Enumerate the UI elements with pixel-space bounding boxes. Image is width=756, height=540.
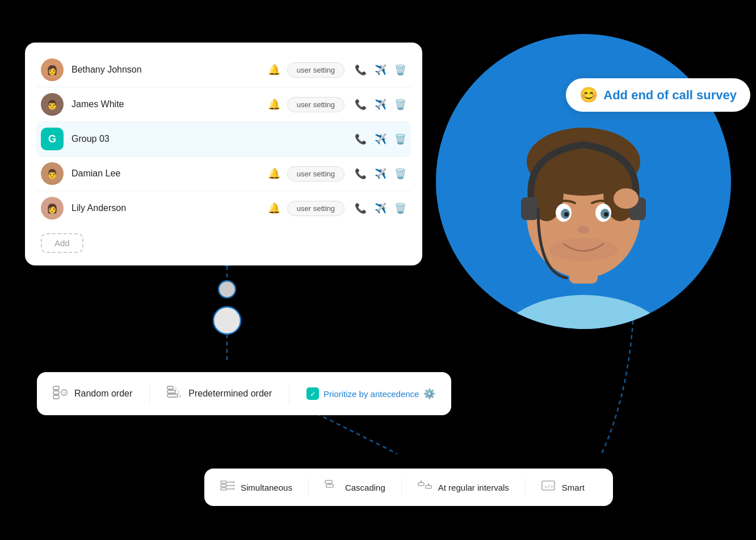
svg-rect-36 bbox=[221, 488, 226, 490]
svg-point-16 bbox=[564, 212, 569, 217]
smart-icon: </> bbox=[541, 480, 556, 495]
smart-option[interactable]: </> Smart bbox=[541, 480, 585, 495]
phone-icon[interactable]: 📞 bbox=[355, 202, 367, 214]
svg-point-18 bbox=[578, 226, 589, 234]
user-setting-button[interactable]: user setting bbox=[287, 97, 345, 112]
group-letter: G bbox=[48, 133, 56, 145]
user-row: 👨 Damian Lee 🔔 user setting 📞 ✈️ 🗑️ bbox=[36, 157, 411, 191]
random-order-option[interactable]: ? Random order bbox=[53, 386, 132, 402]
row-icons: 📞 ✈️ 🗑️ bbox=[355, 133, 406, 145]
svg-rect-20 bbox=[521, 197, 538, 220]
user-setting-button[interactable]: user setting bbox=[287, 62, 345, 78]
svg-marker-41 bbox=[233, 484, 235, 487]
send-icon[interactable]: ✈️ bbox=[375, 64, 387, 76]
send-icon[interactable]: ✈️ bbox=[375, 202, 387, 214]
svg-rect-28 bbox=[167, 386, 173, 389]
svg-text:</>: </> bbox=[544, 484, 554, 490]
svg-rect-43 bbox=[325, 480, 332, 483]
trash-icon[interactable]: 🗑️ bbox=[394, 99, 406, 111]
row-icons: 📞 ✈️ 🗑️ bbox=[355, 202, 406, 214]
strategy-divider-2 bbox=[401, 479, 402, 496]
svg-marker-51 bbox=[420, 480, 422, 482]
user-row: 👨 James White 🔔 user setting 📞 ✈️ 🗑️ bbox=[36, 87, 411, 122]
send-icon[interactable]: ✈️ bbox=[375, 99, 387, 111]
check-icon: ✓ bbox=[306, 387, 319, 400]
avatar-emoji: 👩 bbox=[47, 203, 58, 214]
gear-icon[interactable]: ⚙️ bbox=[423, 388, 435, 400]
user-name: Lily Anderson bbox=[72, 203, 268, 213]
svg-rect-25 bbox=[53, 395, 59, 399]
trash-icon[interactable]: 🗑️ bbox=[394, 202, 406, 214]
prioritize-option[interactable]: ✓ Prioritize by antecedence ⚙️ bbox=[306, 387, 435, 400]
row-icons: 📞 ✈️ 🗑️ bbox=[355, 64, 406, 76]
svg-point-19 bbox=[549, 238, 618, 261]
cascading-option[interactable]: Cascading bbox=[325, 480, 385, 495]
user-setting-button[interactable]: user setting bbox=[287, 201, 345, 216]
group-avatar: G bbox=[41, 128, 64, 150]
avatar-emoji: 👨 bbox=[47, 99, 58, 110]
random-order-label: Random order bbox=[74, 389, 132, 399]
svg-rect-34 bbox=[221, 481, 226, 483]
predetermined-order-label: Predetermined order bbox=[188, 389, 272, 399]
svg-point-17 bbox=[604, 212, 608, 217]
svg-marker-52 bbox=[427, 483, 430, 485]
row-icons: 📞 ✈️ 🗑️ bbox=[355, 99, 406, 111]
svg-marker-42 bbox=[233, 488, 235, 490]
svg-text:1: 1 bbox=[175, 386, 177, 390]
simultaneous-option[interactable]: Simultaneous bbox=[220, 480, 292, 495]
user-name: Group 03 bbox=[72, 134, 355, 144]
add-button[interactable]: Add bbox=[41, 233, 83, 253]
send-icon[interactable]: ✈️ bbox=[375, 168, 387, 180]
user-row: 👩 Bethany Johnson 🔔 user setting 📞 ✈️ 🗑️ bbox=[36, 53, 411, 87]
svg-rect-30 bbox=[167, 394, 178, 397]
svg-rect-47 bbox=[418, 483, 424, 486]
bell-icon[interactable]: 🔔 bbox=[268, 202, 280, 214]
survey-badge[interactable]: 😊 Add end of call survey bbox=[566, 78, 750, 112]
avatar: 👩 bbox=[41, 58, 64, 81]
send-icon[interactable]: ✈️ bbox=[375, 133, 387, 145]
avatar: 👨 bbox=[41, 162, 64, 185]
avatar: 👨 bbox=[41, 93, 64, 116]
cascading-icon bbox=[325, 480, 339, 495]
cascading-label: Cascading bbox=[345, 483, 385, 492]
predetermined-order-option[interactable]: 1 2 3 Predetermined order bbox=[167, 386, 272, 402]
survey-badge-text: Add end of call survey bbox=[603, 88, 737, 103]
trash-icon[interactable]: 🗑️ bbox=[394, 168, 406, 180]
svg-point-3 bbox=[213, 307, 241, 334]
avatar: 👩 bbox=[41, 197, 64, 220]
intervals-option[interactable]: At regular intervals bbox=[418, 480, 509, 495]
phone-icon[interactable]: 📞 bbox=[355, 168, 367, 180]
smiley-icon: 😊 bbox=[579, 86, 598, 104]
phone-icon[interactable]: 📞 bbox=[355, 99, 367, 111]
svg-point-2 bbox=[219, 281, 236, 298]
svg-rect-24 bbox=[53, 391, 59, 394]
strategy-divider-1 bbox=[308, 479, 309, 496]
phone-icon[interactable]: 📞 bbox=[355, 64, 367, 76]
checkmark: ✓ bbox=[310, 390, 316, 398]
intervals-label: At regular intervals bbox=[438, 483, 509, 492]
simultaneous-label: Simultaneous bbox=[241, 483, 292, 492]
bell-icon[interactable]: 🔔 bbox=[268, 98, 280, 111]
trash-icon[interactable]: 🗑️ bbox=[394, 133, 406, 145]
bell-icon[interactable]: 🔔 bbox=[268, 167, 280, 180]
avatar-emoji: 👩 bbox=[47, 65, 58, 75]
trash-icon[interactable]: 🗑️ bbox=[394, 64, 406, 76]
svg-point-22 bbox=[614, 188, 639, 209]
smart-label: Smart bbox=[562, 483, 585, 492]
order-divider-2 bbox=[289, 383, 289, 404]
bell-icon[interactable]: 🔔 bbox=[268, 64, 280, 76]
svg-rect-29 bbox=[167, 390, 175, 393]
user-row-group: G Group 03 📞 ✈️ 🗑️ bbox=[36, 122, 411, 157]
phone-icon[interactable]: 📞 bbox=[355, 133, 367, 145]
user-row: 👩 Lily Anderson 🔔 user setting 📞 ✈️ 🗑️ bbox=[36, 191, 411, 225]
avatar-emoji: 👨 bbox=[47, 168, 58, 179]
strategy-divider-3 bbox=[525, 479, 526, 496]
svg-rect-35 bbox=[221, 484, 226, 487]
order-panel: ? Random order 1 2 3 Predetermined order… bbox=[37, 372, 451, 415]
user-setting-button[interactable]: user setting bbox=[287, 166, 345, 182]
intervals-icon bbox=[418, 480, 432, 495]
user-list-panel: 👩 Bethany Johnson 🔔 user setting 📞 ✈️ 🗑️… bbox=[25, 43, 422, 265]
svg-rect-48 bbox=[426, 486, 431, 488]
user-name: James White bbox=[72, 99, 268, 109]
svg-rect-23 bbox=[53, 386, 59, 390]
